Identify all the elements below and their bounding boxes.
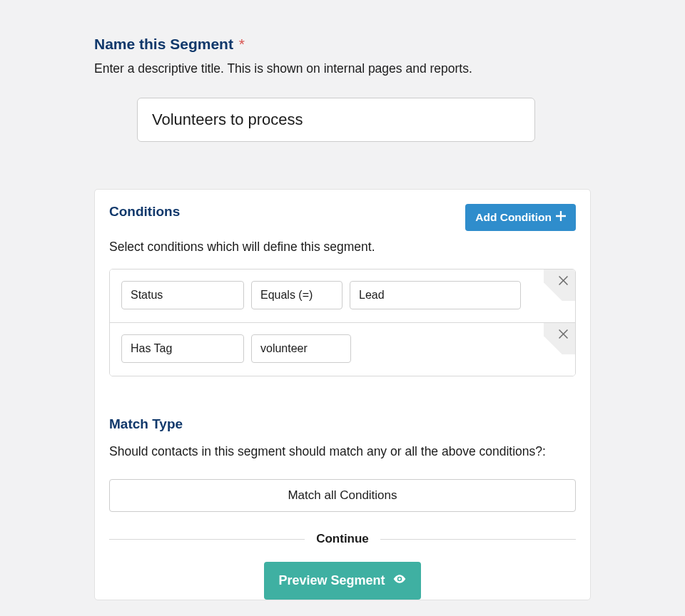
divider-line — [109, 539, 305, 540]
segment-name-input[interactable] — [137, 98, 535, 142]
delete-condition-button[interactable] — [555, 327, 571, 343]
condition-value-input[interactable]: volunteer — [251, 334, 351, 363]
match-type-select[interactable]: Match all Conditions — [109, 479, 576, 512]
preview-segment-button[interactable]: Preview Segment — [264, 562, 420, 600]
preview-segment-label: Preview Segment — [278, 573, 385, 588]
title-description: Enter a descriptive title. This is shown… — [94, 61, 591, 76]
match-type-description: Should contacts in this segment should m… — [109, 442, 576, 461]
plus-icon — [556, 211, 566, 224]
title-text: Name this Segment — [94, 36, 233, 52]
delete-condition-button[interactable] — [555, 274, 571, 289]
condition-operator-select[interactable]: Equals (=) — [251, 281, 342, 309]
continue-label: Continue — [316, 532, 369, 546]
eye-icon — [392, 572, 407, 590]
condition-list: Status Equals (=) Lead Has Tag volunteer — [109, 269, 576, 376]
required-star-icon: * — [239, 36, 245, 52]
condition-row: Status Equals (=) Lead — [110, 270, 575, 322]
close-icon — [559, 329, 568, 342]
condition-field-select[interactable]: Has Tag — [121, 334, 244, 363]
divider-line — [380, 539, 576, 540]
conditions-description: Select conditions which will define this… — [109, 240, 576, 255]
add-condition-label: Add Condition — [475, 211, 552, 224]
condition-field-select[interactable]: Status — [121, 281, 244, 309]
conditions-card: Conditions Add Condition Select conditio… — [94, 189, 591, 600]
conditions-heading: Conditions — [109, 204, 180, 220]
continue-divider: Continue — [109, 532, 576, 546]
close-icon — [559, 275, 568, 288]
page-title: Name this Segment * — [94, 36, 591, 53]
condition-value-select[interactable]: Lead — [350, 281, 521, 309]
match-type-heading: Match Type — [109, 416, 576, 432]
condition-row: Has Tag volunteer — [110, 322, 575, 376]
add-condition-button[interactable]: Add Condition — [465, 204, 576, 231]
